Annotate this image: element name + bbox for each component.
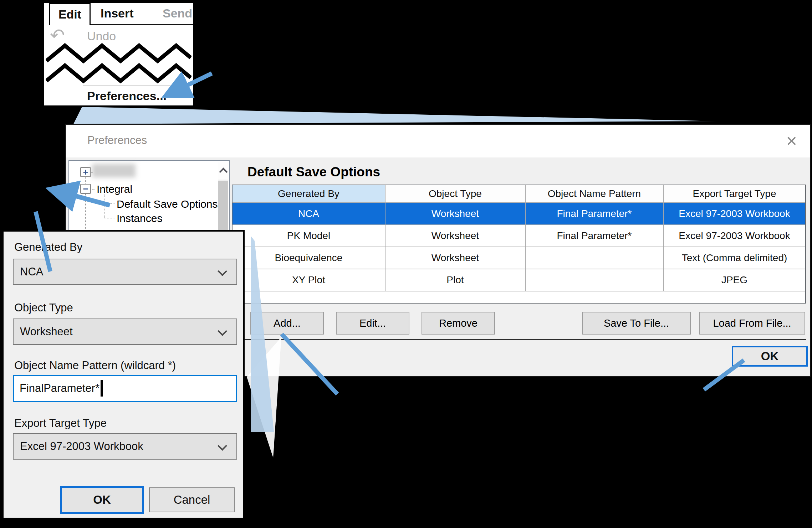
cell-object-name-pattern[interactable] (526, 247, 664, 269)
generated-by-label: Generated By (14, 241, 82, 254)
titlebar[interactable]: Preferences × (66, 125, 810, 157)
tree-item-instances[interactable]: Instances (117, 212, 162, 224)
cell-object-name-pattern[interactable]: Final Parameter* (526, 203, 664, 225)
ok-button[interactable]: OK (732, 346, 808, 367)
tree-connector (104, 203, 114, 204)
export-target-type-dropdown[interactable]: Excel 97-2003 Workbook (13, 433, 237, 460)
column-header-generated-by[interactable]: Generated By (233, 185, 385, 203)
object-type-label: Object Type (14, 301, 73, 314)
tree-connector (104, 194, 105, 218)
divider (91, 24, 193, 25)
menu-item-preferences[interactable]: Preferences... (87, 89, 167, 103)
table-row[interactable]: XY Plot Plot JPEG (233, 269, 805, 291)
text-caret (101, 380, 103, 397)
cell-object-name-pattern[interactable] (526, 269, 664, 291)
edit-button[interactable]: Edit... (336, 312, 409, 335)
close-icon[interactable]: × (779, 129, 804, 152)
table-header-row: Generated By Object Type Object Name Pat… (233, 185, 805, 203)
object-name-pattern-input[interactable]: FinalParameter* (13, 375, 237, 402)
tab-insert[interactable]: Insert (101, 6, 134, 20)
chevron-down-icon (218, 326, 227, 336)
generated-by-dropdown[interactable]: NCA (13, 259, 237, 285)
cell-object-type[interactable]: Plot (385, 269, 526, 291)
tab-send[interactable]: Send (163, 6, 192, 20)
cell-generated-by[interactable]: Bioequivalence (233, 247, 385, 269)
chevron-down-icon (218, 441, 227, 451)
divider (232, 339, 806, 340)
load-from-file-button[interactable]: Load From File... (699, 312, 805, 335)
export-target-type-label: Export Target Type (14, 417, 107, 430)
scrollbar-thumb[interactable] (218, 181, 228, 232)
table-row[interactable]: Bioequivalence Worksheet Text (Comma del… (233, 247, 805, 269)
cell-object-type[interactable]: Worksheet (385, 203, 526, 225)
torn-edge-zigzag (46, 41, 191, 85)
cancel-button[interactable]: Cancel (149, 487, 235, 512)
object-name-pattern-label: Object Name Pattern (wildcard *) (14, 359, 176, 372)
column-header-export-target-type[interactable]: Export Target Type (664, 185, 805, 203)
column-header-object-type[interactable]: Object Type (385, 185, 526, 203)
tree-item-integral[interactable]: Integral (97, 183, 132, 195)
tree-expander-plus-icon[interactable]: + (80, 167, 91, 177)
dropdown-value: Worksheet (20, 325, 73, 338)
tree-item-redacted[interactable] (92, 164, 136, 177)
cell-object-name-pattern[interactable]: Final Parameter* (526, 225, 664, 247)
scroll-up-button[interactable] (218, 162, 228, 180)
cell-export-target-type[interactable]: JPEG (664, 269, 805, 291)
column-header-object-name-pattern[interactable]: Object Name Pattern (526, 185, 664, 203)
cell-export-target-type[interactable]: Excel 97-2003 Workbook (664, 225, 805, 247)
cell-generated-by[interactable]: PK Model (233, 225, 385, 247)
cell-generated-by[interactable]: NCA (233, 203, 385, 225)
table-row[interactable]: PK Model Worksheet Final Parameter* Exce… (233, 225, 805, 247)
tree-connector (104, 218, 114, 218)
dropdown-value: NCA (20, 265, 43, 278)
add-button[interactable]: Add... (250, 312, 324, 335)
chevron-down-icon (218, 266, 227, 276)
add-save-option-dialog: Generated By NCA Object Type Worksheet O… (2, 230, 245, 519)
cell-generated-by[interactable]: XY Plot (233, 269, 385, 291)
divider (83, 86, 190, 86)
object-type-dropdown[interactable]: Worksheet (13, 319, 237, 345)
cell-export-target-type[interactable]: Text (Comma delimited) (664, 247, 805, 269)
cell-export-target-type[interactable]: Excel 97-2003 Workbook (664, 203, 805, 225)
cell-object-type[interactable]: Worksheet (385, 247, 526, 269)
edit-menu-fragment: Edit Insert Send ↶ Undo Preferences... (43, 1, 194, 107)
dialog-title: Preferences (87, 134, 147, 147)
input-value: FinalParameter* (20, 382, 99, 395)
ok-button[interactable]: OK (60, 486, 144, 514)
save-to-file-button[interactable]: Save To File... (582, 312, 691, 335)
table-row[interactable]: NCA Worksheet Final Parameter* Excel 97-… (233, 203, 805, 225)
tree-expander-minus-icon[interactable]: − (80, 184, 91, 194)
remove-button[interactable]: Remove (422, 312, 495, 335)
page-title: Default Save Options (247, 165, 380, 180)
cell-object-type[interactable]: Worksheet (385, 225, 526, 247)
chevron-up-icon (219, 167, 228, 176)
default-save-options-table: Generated By Object Type Object Name Pat… (232, 185, 806, 304)
tree-item-default-save-options[interactable]: Default Save Options (117, 198, 220, 210)
tab-edit[interactable]: Edit (49, 3, 91, 25)
dropdown-value: Excel 97-2003 Workbook (20, 440, 143, 453)
